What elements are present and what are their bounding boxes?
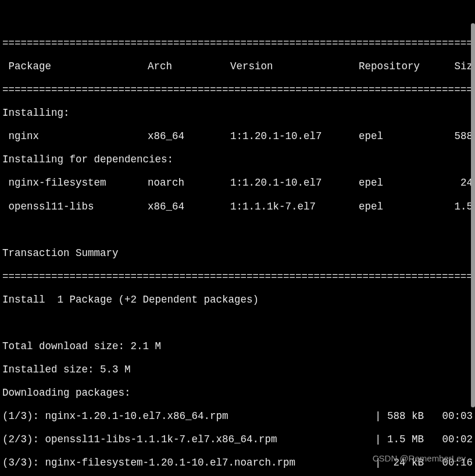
download-file: (3/3): nginx-filesystem-1.20.1-10.el7.no… [2,457,295,468]
pkg-arch: x86_64 [148,130,230,142]
header-size: Siz [439,61,473,72]
download-stats: | 588 kB 00:03 [375,410,473,422]
pkg-name: openssl11-libs [2,201,148,212]
section-installing: Installing: [2,107,473,119]
download-size-line: Total download size: 2.1 M [2,340,473,352]
header-version: Version [230,61,359,72]
blank-line [2,224,473,236]
section-tx-summary: Transaction Summary [2,247,473,259]
scrollbar-thumb[interactable] [471,23,475,407]
pkg-ver: 1:1.20.1-10.el7 [230,177,359,189]
pkg-arch: noarch [148,177,230,189]
download-stats: | 1.5 MB 00:02 [375,434,473,445]
pkg-ver: 1:1.1.1k-7.el7 [230,201,359,212]
divider: ========================================… [2,84,473,95]
terminal-output: ========================================… [0,0,475,476]
downloading-packages: Downloading packages: [2,387,473,399]
blank-line [2,14,473,26]
pkg-size: 1.5 [439,201,473,212]
pkg-name: nginx-filesystem [2,177,148,189]
table-header: Package Arch Version Repository Siz [2,61,473,72]
pkg-size: 588 [439,130,473,142]
section-installing-deps: Installing for dependencies: [2,154,473,165]
pkg-arch: x86_64 [148,201,230,212]
installed-size-line: Installed size: 5.3 M [2,364,473,375]
watermark: CSDN @RememberLey [373,453,466,463]
package-row: nginx-filesystem noarch 1:1.20.1-10.el7 … [2,177,473,189]
download-file: (1/3): nginx-1.20.1-10.el7.x86_64.rpm [2,410,228,422]
pkg-repo: epel [359,177,439,189]
download-row: (2/3): openssl11-libs-1.1.1k-7.el7.x86_6… [2,434,473,445]
header-repo: Repository [359,61,439,72]
divider: ========================================… [2,37,473,49]
pkg-name: nginx [2,130,148,142]
pkg-size: 24 [439,177,473,189]
header-arch: Arch [148,61,230,72]
install-count-line: Install 1 Package (+2 Dependent packages… [2,294,473,306]
pkg-ver: 1:1.20.1-10.el7 [230,130,359,142]
divider: ========================================… [2,271,473,282]
header-package: Package [2,61,148,72]
download-file: (2/3): openssl11-libs-1.1.1k-7.el7.x86_6… [2,434,277,445]
scrollbar-track[interactable] [471,0,475,476]
pkg-repo: epel [359,130,439,142]
package-row: nginx x86_64 1:1.20.1-10.el7 epel 588 [2,130,473,142]
package-row: openssl11-libs x86_64 1:1.1.1k-7.el7 epe… [2,201,473,212]
blank-line [2,317,473,329]
download-row: (1/3): nginx-1.20.1-10.el7.x86_64.rpm | … [2,410,473,422]
pkg-repo: epel [359,201,439,212]
